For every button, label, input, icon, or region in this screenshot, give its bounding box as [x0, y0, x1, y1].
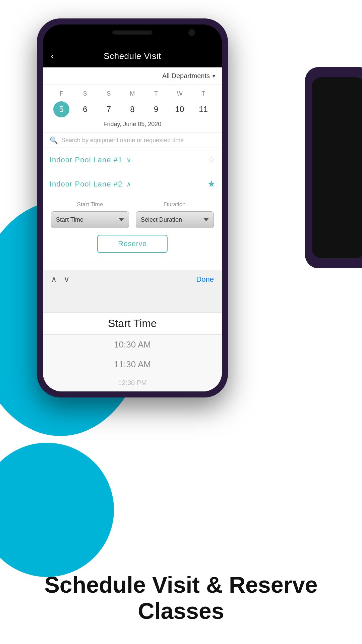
phone-camera [188, 29, 195, 36]
calendar-days-header: F S S M T W T [50, 90, 215, 97]
search-icon: 🔍 [50, 136, 58, 144]
equipment-name-1: Indoor Pool Lane #1 [50, 156, 122, 164]
bg-decoration-2 [0, 443, 114, 577]
equipment-toggle-3: ∨ [126, 269, 131, 270]
picker-controls: ∧ ∨ Done [43, 270, 222, 289]
equipment-star-3[interactable]: ☆ [207, 268, 215, 270]
picker-empty-top [43, 289, 222, 312]
side-phone-decoration [305, 67, 362, 268]
equipment-name-2: Indoor Pool Lane #2 [50, 180, 122, 189]
time-duration-row: Start Time Start Time Duration [51, 201, 214, 228]
department-label: All Departments [162, 72, 210, 80]
calendar-day-m: M [121, 90, 144, 97]
picker-item-start-time[interactable]: Start Time [43, 312, 222, 335]
calendar-day-f: F [50, 90, 73, 97]
search-bar[interactable]: 🔍 Search by equipment name or requested … [43, 133, 222, 148]
phone-speaker [112, 31, 153, 35]
start-time-dropdown[interactable]: Start Time [51, 211, 129, 228]
bottom-title: Schedule Visit & Reserve Classes [27, 572, 335, 624]
calendar-day-t2: T [191, 90, 215, 97]
start-time-btn-text: Start Time [56, 216, 83, 223]
picker-item-1030[interactable]: 10:30 AM [43, 335, 222, 355]
department-arrow-icon: ▾ [213, 73, 215, 79]
selected-date-display: Friday, June 05, 2020 [50, 117, 215, 129]
equipment-item-2: Indoor Pool Lane #2 ∧ ★ Start Time Start… [43, 172, 222, 261]
duration-arrow-icon [203, 218, 209, 221]
search-placeholder: Search by equipment name or requested ti… [61, 137, 184, 144]
back-button[interactable]: ‹ [51, 51, 54, 61]
calendar-date-9[interactable]: 9 [148, 101, 164, 117]
calendar-day-s2: S [97, 90, 121, 97]
calendar-day-t1: T [144, 90, 168, 97]
phone-inner: ‹ Schedule Visit All Departments ▾ F S S [43, 24, 222, 391]
side-phone-screen [312, 77, 362, 258]
duration-dropdown[interactable]: Select Duration [136, 211, 214, 228]
calendar-date-10[interactable]: 10 [172, 101, 188, 117]
calendar-date-11[interactable]: 11 [195, 101, 212, 117]
equipment-header-3[interactable]: Indoor Pool Lane #3 ∨ ☆ [43, 261, 222, 270]
screen-content: ‹ Schedule Visit All Departments ▾ F S S [43, 45, 222, 391]
duration-label: Duration [136, 201, 214, 208]
page-title: Schedule Visit [104, 51, 161, 61]
equipment-name-3: Indoor Pool Lane #3 [50, 269, 122, 270]
equipment-list: Indoor Pool Lane #1 ∨ ☆ Indoor Pool Lane… [43, 148, 222, 270]
calendar-dates: 5 6 7 8 9 10 11 [50, 101, 215, 117]
department-row: All Departments ▾ [43, 67, 222, 85]
equipment-star-2[interactable]: ★ [207, 179, 215, 189]
equipment-toggle-2: ∧ [126, 180, 131, 188]
reserve-btn-wrap: Reserve [51, 235, 214, 253]
bottom-text-section: Schedule Visit & Reserve Classes [0, 572, 362, 624]
calendar-date-6[interactable]: 6 [77, 101, 93, 117]
equipment-header-2[interactable]: Indoor Pool Lane #2 ∧ ★ [43, 172, 222, 196]
start-time-label: Start Time [51, 201, 129, 208]
equipment-header-1[interactable]: Indoor Pool Lane #1 ∨ ☆ [43, 148, 222, 172]
calendar-day-w: W [168, 90, 192, 97]
duration-btn-text: Select Duration [141, 216, 182, 223]
picker-down-button[interactable]: ∨ [64, 275, 70, 284]
reserve-button[interactable]: Reserve [97, 235, 167, 253]
picker-item-1130[interactable]: 11:30 AM [43, 355, 222, 374]
picker-done-button[interactable]: Done [196, 275, 214, 284]
department-dropdown[interactable]: All Departments ▾ [162, 72, 215, 80]
phone-frame: ‹ Schedule Visit All Departments ▾ F S S [37, 18, 228, 397]
equipment-expanded-2: Start Time Start Time Duration [43, 196, 222, 261]
phone-outer: ‹ Schedule Visit All Departments ▾ F S S [37, 18, 228, 397]
calendar-date-8[interactable]: 8 [124, 101, 140, 117]
equipment-star-1[interactable]: ☆ [207, 155, 215, 165]
start-time-arrow-icon [119, 218, 124, 221]
picker-item-1230[interactable]: 12:30 PM [43, 374, 222, 391]
picker-up-button[interactable]: ∧ [51, 275, 57, 284]
start-time-col: Start Time Start Time [51, 201, 129, 228]
phone-status-bar [43, 24, 222, 45]
picker-nav-buttons: ∧ ∨ [51, 275, 70, 284]
picker-list: Start Time 10:30 AM 11:30 AM 12:30 PM [43, 289, 222, 391]
equipment-item-1: Indoor Pool Lane #1 ∨ ☆ [43, 148, 222, 172]
calendar-date-7[interactable]: 7 [101, 101, 117, 117]
duration-col: Duration Select Duration [136, 201, 214, 228]
calendar-day-s1: S [73, 90, 97, 97]
equipment-toggle-1: ∨ [126, 156, 131, 164]
equipment-item-3: Indoor Pool Lane #3 ∨ ☆ [43, 261, 222, 270]
calendar-section: F S S M T W T 5 6 7 8 9 10 [43, 85, 222, 133]
calendar-date-5[interactable]: 5 [53, 101, 69, 117]
app-header: ‹ Schedule Visit [43, 45, 222, 67]
